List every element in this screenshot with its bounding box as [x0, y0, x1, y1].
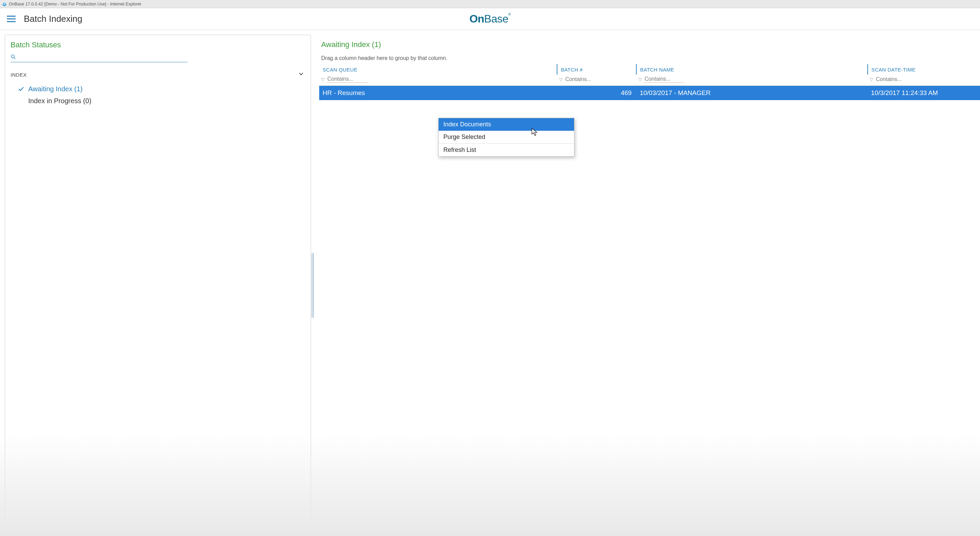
batch-statuses-title: Batch Statuses	[11, 40, 305, 49]
filter-icon: ▽	[638, 77, 642, 82]
check-icon	[18, 86, 25, 92]
cell-scan-datetime: 10/3/2017 11:24:33 AM	[868, 86, 980, 100]
filter-scan-queue-text: Contains...	[327, 76, 368, 83]
batch-list-panel: Awaiting Index (1) Drag a column header …	[319, 35, 980, 536]
cell-scan-queue: HR - Resumes	[319, 86, 557, 100]
svg-line-3	[14, 57, 15, 59]
window-titlebar: OnBase 17.0.0.42 [Demo - Not For Product…	[0, 0, 980, 8]
filter-scan-datetime[interactable]: ▽ Contains...	[870, 76, 978, 83]
group-index-label: INDEX	[11, 72, 27, 78]
brand-on: On	[469, 13, 484, 25]
svg-point-1	[4, 3, 5, 5]
menu-index-documents[interactable]: Index Documents	[439, 118, 574, 131]
ie-icon	[2, 2, 7, 6]
status-index-in-progress-label: Index in Progress (0)	[28, 97, 92, 105]
panel-splitter[interactable]	[311, 35, 319, 536]
batch-statuses-panel: Batch Statuses INDEX Awaiting Index (1)	[5, 35, 311, 536]
menu-purge-selected[interactable]: Purge Selected	[439, 131, 574, 144]
group-index-header[interactable]: INDEX	[11, 71, 305, 78]
group-by-hint[interactable]: Drag a column header here to group by th…	[319, 49, 980, 64]
filter-batch-number-text: Contains...	[565, 76, 605, 83]
col-batch-number[interactable]: BATCH #	[557, 64, 636, 75]
workspace: Batch Statuses INDEX Awaiting Index (1)	[0, 30, 980, 536]
status-awaiting-index[interactable]: Awaiting Index (1)	[18, 83, 305, 95]
window-title: OnBase 17.0.0.42 [Demo - Not For Product…	[9, 2, 142, 6]
col-batch-name[interactable]: BATCH NAME	[636, 64, 868, 75]
filter-icon: ▽	[321, 77, 325, 82]
status-awaiting-index-label: Awaiting Index (1)	[28, 85, 83, 93]
menu-refresh-list[interactable]: Refresh List	[439, 144, 574, 156]
filter-batch-name-text: Contains...	[644, 76, 685, 83]
brand-logo: OnBase®	[469, 13, 511, 25]
col-scan-datetime[interactable]: SCAN DATE-TIME	[868, 64, 980, 75]
column-header-row: SCAN QUEUE BATCH # BATCH NAME SCAN DATE-…	[319, 64, 980, 75]
filter-scan-datetime-text: Contains...	[875, 76, 916, 83]
splitter-grip-icon	[312, 253, 314, 318]
filter-batch-number[interactable]: ▽ Contains...	[559, 76, 634, 83]
status-index-in-progress[interactable]: Index in Progress (0)	[18, 95, 305, 107]
col-scan-queue[interactable]: SCAN QUEUE	[319, 64, 557, 75]
batch-list-title: Awaiting Index (1)	[319, 40, 980, 49]
filter-batch-name[interactable]: ▽ Contains...	[638, 76, 865, 83]
cell-batch-number: 469	[557, 86, 636, 100]
batch-grid: SCAN QUEUE BATCH # BATCH NAME SCAN DATE-…	[319, 64, 980, 100]
search-icon	[11, 54, 16, 61]
menu-button[interactable]	[7, 14, 16, 24]
filter-scan-queue[interactable]: ▽ Contains...	[321, 76, 555, 83]
page-title: Batch Indexing	[24, 14, 82, 24]
search-row[interactable]	[11, 53, 188, 62]
filter-row: ▽ Contains... ▽ Contains... ▽ Cont	[319, 75, 980, 86]
brand-base: Base	[484, 13, 508, 25]
table-row[interactable]: HR - Resumes 469 10/03/2017 - MANAGER 10…	[319, 86, 980, 100]
filter-icon: ▽	[559, 77, 563, 82]
search-input[interactable]	[16, 54, 188, 61]
status-tree: Awaiting Index (1) Index in Progress (0)	[11, 83, 305, 107]
svg-point-2	[11, 55, 14, 58]
app-header: Batch Indexing OnBase®	[0, 8, 980, 30]
context-menu: Index Documents Purge Selected Refresh L…	[438, 118, 574, 156]
chevron-down-icon	[298, 71, 304, 78]
cell-batch-name: 10/03/2017 - MANAGER	[636, 86, 868, 100]
filter-icon: ▽	[870, 77, 873, 82]
